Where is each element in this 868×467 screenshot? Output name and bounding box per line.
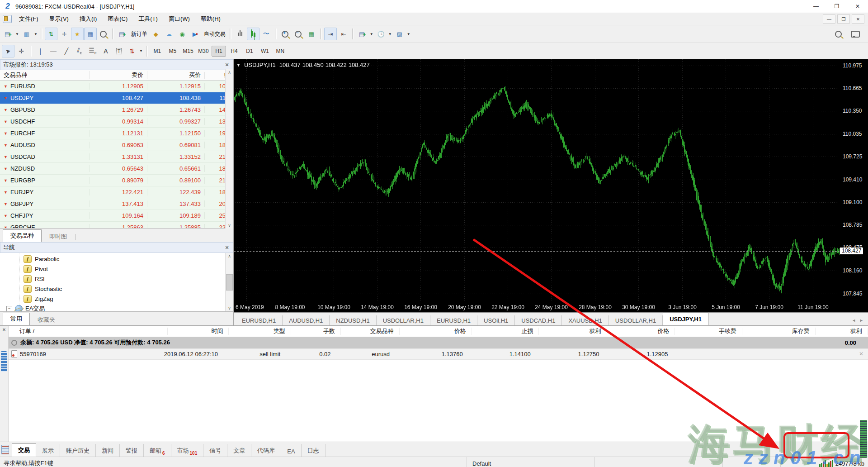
scroll-up-icon[interactable]: ∧	[228, 254, 231, 258]
chart-tab-6[interactable]: USDCAD,H1	[515, 315, 562, 325]
equidistant-channel-tool-icon[interactable]: ⫽E	[73, 45, 86, 57]
timeframe-m30[interactable]: M30	[196, 46, 211, 57]
collapse-icon[interactable]: −	[6, 306, 12, 312]
chart-tab-0[interactable]: EURUSD,H1	[236, 315, 283, 325]
chart-tab-4[interactable]: EURUSD,H1	[430, 315, 477, 325]
line-chart-icon[interactable]: 〜	[260, 28, 273, 40]
indicators-dropdown-icon[interactable]: ▼	[370, 32, 373, 36]
navigator-item-parabolic[interactable]: ƒParabolic	[24, 254, 225, 264]
timeframe-d1[interactable]: D1	[242, 46, 257, 57]
text-tool-icon[interactable]: A	[99, 45, 112, 57]
auto-trading-button[interactable]: 自动交易	[204, 30, 226, 38]
chat-icon[interactable]	[849, 28, 862, 40]
mdi-minimize-button[interactable]: —	[823, 14, 835, 24]
data-window-icon[interactable]: ✛	[58, 28, 71, 40]
navigator-item-pivot[interactable]: ƒPivot	[24, 264, 225, 274]
orders-column-6[interactable]: 止损	[472, 328, 539, 335]
navigator-item-zigzag[interactable]: ƒZigZag	[24, 294, 225, 304]
periods-icon[interactable]: 🕒	[375, 28, 387, 40]
chart-shift-icon[interactable]: ⇤	[337, 28, 350, 40]
terminal-tab-6[interactable]: 市场101	[171, 444, 204, 457]
navigator-item-ea[interactable]: −EA交易	[6, 304, 225, 311]
arrows-tool-icon[interactable]: ⇅	[126, 45, 138, 57]
orders-column-2[interactable]: 类型	[229, 328, 291, 335]
menu-item-6[interactable]: 帮助(H)	[195, 14, 226, 24]
chart-tab-2[interactable]: NZDUSD,H1	[330, 315, 376, 325]
tab-scroll-right-icon[interactable]: ►	[859, 318, 863, 323]
terminal-tab-4[interactable]: 警报	[120, 444, 144, 457]
tab-scroll-left-icon[interactable]: ◄	[852, 318, 856, 323]
chart-tab-9[interactable]: USDJPY,H1	[663, 313, 708, 325]
auto-trading-icon[interactable]: ▶●	[189, 28, 202, 40]
navigator-toggle-icon[interactable]: ★	[71, 28, 84, 40]
terminal-close-icon[interactable]: ✕	[0, 327, 8, 332]
market-watch-row[interactable]: ▼GBPCHF1.258631.2588522	[0, 222, 233, 228]
text-label-tool-icon[interactable]: T	[113, 45, 125, 57]
terminal-tab-8[interactable]: 文章	[227, 444, 251, 457]
navigator-item-rsi[interactable]: ƒRSI	[24, 274, 225, 284]
menu-item-4[interactable]: 工具(T)	[133, 14, 163, 24]
orders-column-7[interactable]: 获利	[539, 328, 607, 335]
new-order-icon[interactable]: ▤+	[116, 28, 129, 40]
orders-column-3[interactable]: 手数	[291, 328, 341, 335]
close-button[interactable]: ✕	[847, 0, 868, 13]
maximize-button[interactable]: ❐	[826, 0, 847, 13]
candlestick-chart-icon[interactable]	[247, 28, 259, 40]
terminal-tab-7[interactable]: 信号	[203, 444, 227, 457]
new-order-button[interactable]: 新订单	[131, 30, 147, 38]
menu-item-2[interactable]: 插入(I)	[74, 14, 102, 24]
zoom-in-icon[interactable]: +	[279, 28, 292, 40]
column-ask[interactable]: 买价	[147, 71, 204, 79]
order-row[interactable]: 559701692019.06.12 06:27:10sell limit0.0…	[9, 348, 868, 360]
order-close-icon[interactable]: ✕	[859, 351, 863, 357]
timeframe-h1[interactable]: H1	[212, 46, 226, 57]
tab-tick-chart[interactable]: 即时图	[42, 231, 75, 242]
timeframe-h4[interactable]: H4	[227, 46, 241, 57]
terminal-tab-11[interactable]: 日志	[302, 444, 326, 457]
market-watch-row[interactable]: ▼NZDUSD0.656430.6566118	[0, 163, 233, 175]
mql5-community-icon[interactable]: ☁	[163, 28, 175, 40]
new-chart-dropdown-icon[interactable]: ▼	[15, 32, 19, 36]
tab-symbols[interactable]: 交易品种	[3, 229, 42, 242]
navigator-item-stochastic[interactable]: ƒStochastic	[24, 284, 225, 294]
arrows-dropdown-icon[interactable]: ▼	[139, 49, 143, 53]
market-watch-scrollbar[interactable]: ∧ ∨	[225, 69, 233, 229]
market-watch-row[interactable]: ▼EURUSD1.129051.1291510	[0, 81, 233, 92]
mdi-close-button[interactable]: ✕	[852, 14, 864, 24]
timeframe-w1[interactable]: W1	[258, 46, 272, 57]
time-axis[interactable]: 6 May 20198 May 19:0010 May 19:0014 May …	[234, 302, 840, 312]
market-watch-row[interactable]: ▼USDJPY108.427108.43811	[0, 92, 233, 104]
scroll-up-icon[interactable]: ∧	[228, 70, 231, 75]
chart-dropdown-icon[interactable]: ▼	[236, 63, 241, 67]
chart-tab-1[interactable]: AUDUSD,H1	[283, 315, 330, 325]
chart-tab-3[interactable]: USDOLLAR,H1	[377, 315, 430, 325]
chart-area[interactable]: ▼ USDJPY,H1 108.437 108.450 108.422 108.…	[234, 59, 868, 312]
terminal-tab-0[interactable]: 交易	[12, 443, 36, 457]
strategy-tester-icon[interactable]	[97, 28, 110, 40]
orders-column-1[interactable]: 时间	[168, 328, 229, 335]
menu-item-1[interactable]: 显示(V)	[44, 14, 74, 24]
templates-icon[interactable]: ▨	[393, 28, 406, 40]
terminal-tab-3[interactable]: 新闻	[96, 444, 120, 457]
orders-column-8[interactable]: 价格	[607, 328, 675, 335]
market-watch-row[interactable]: ▼GBPJPY137.413137.43320	[0, 198, 233, 210]
profiles-dropdown-icon[interactable]: ▼	[34, 32, 38, 36]
orders-column-9[interactable]: 手续费	[675, 328, 742, 335]
terminal-tab-5[interactable]: 邮箱6	[144, 444, 171, 457]
terminal-toggle-icon[interactable]: ▦	[84, 28, 97, 40]
zoom-out-icon[interactable]: −	[292, 28, 305, 40]
periods-dropdown-icon[interactable]: ▼	[388, 32, 392, 36]
price-axis[interactable]: 108.427 110.975110.665110.350110.035109.…	[840, 59, 868, 303]
chart-tab-8[interactable]: USDOLLAR,H1	[609, 315, 663, 325]
market-watch-row[interactable]: ▼USDCAD1.331311.3315221	[0, 151, 233, 163]
orders-column-10[interactable]: 库存费	[742, 328, 816, 335]
orders-column-4[interactable]: 交易品种	[341, 328, 400, 335]
scroll-thumb[interactable]	[226, 274, 233, 291]
orders-column-11[interactable]: 获利	[816, 328, 868, 335]
column-symbol[interactable]: 交易品种	[0, 71, 90, 79]
market-watch-row[interactable]: ▼CHFJPY109.164109.18925	[0, 210, 233, 222]
tile-windows-icon[interactable]: ▦	[305, 28, 318, 40]
orders-column-0[interactable]: 订单 /	[9, 328, 168, 335]
scroll-down-icon[interactable]: ∨	[228, 306, 231, 310]
timeframe-mn[interactable]: MN	[273, 46, 288, 57]
